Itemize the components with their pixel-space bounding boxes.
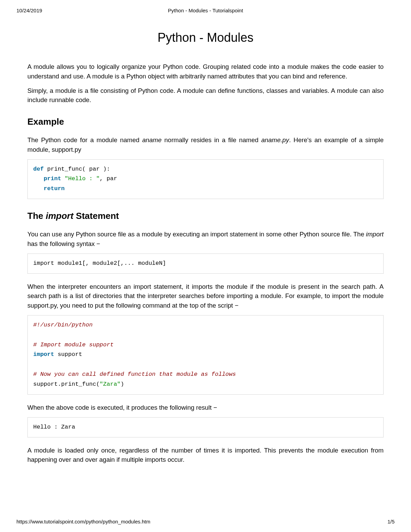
code-block-output: Hello : Zara bbox=[27, 417, 384, 437]
intro-paragraph-1: A module allows you to logically organiz… bbox=[27, 62, 384, 81]
page-title: Python - Modules bbox=[27, 30, 384, 45]
italic-aname: aname bbox=[142, 136, 162, 144]
document-content: Python - Modules A module allows you to … bbox=[0, 13, 411, 465]
intro-paragraph-2: Simply, a module is a file consisting of… bbox=[27, 86, 384, 105]
italic-import-heading: import bbox=[46, 211, 73, 221]
print-date: 10/24/2019 bbox=[16, 8, 42, 13]
code-block-import-support: #!/usr/bin/python # Import module suppor… bbox=[27, 315, 384, 395]
print-header: 10/24/2019 Python - Modules - Tutorialsp… bbox=[0, 0, 411, 13]
heading-example: Example bbox=[27, 116, 384, 127]
example-paragraph: The Python code for a module named aname… bbox=[27, 135, 384, 154]
print-title: Python - Modules - Tutorialspoint bbox=[168, 8, 243, 13]
code-block-import-syntax: import module1[, module2[,... moduleN] bbox=[27, 253, 384, 274]
import-paragraph-4: A module is loaded only once, regardless… bbox=[27, 446, 384, 465]
footer-url: https://www.tutorialspoint.com/python/py… bbox=[16, 519, 150, 524]
import-paragraph-1: You can use any Python source file as a … bbox=[27, 230, 384, 249]
import-paragraph-2: When the interpreter encounters an impor… bbox=[27, 282, 384, 310]
italic-import: import bbox=[366, 231, 384, 238]
heading-import-statement: The import Statement bbox=[27, 211, 384, 221]
italic-aname-py: aname.py bbox=[261, 136, 289, 144]
import-paragraph-3: When the above code is executed, it prod… bbox=[27, 403, 384, 412]
print-footer: https://www.tutorialspoint.com/python/py… bbox=[16, 519, 395, 524]
footer-page-number: 1/5 bbox=[387, 519, 395, 524]
code-block-support-py: def print_func( par ): print "Hello : ",… bbox=[27, 159, 384, 199]
